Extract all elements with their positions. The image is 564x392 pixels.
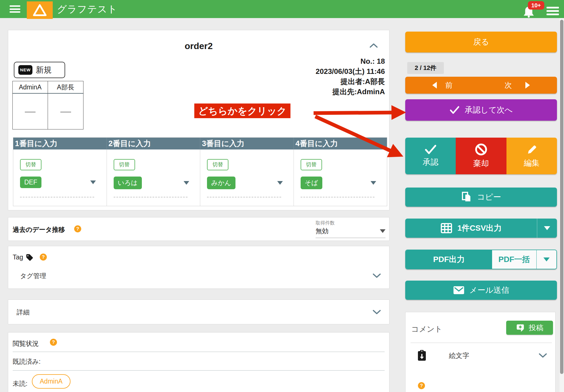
approve-next-button[interactable]: 承認して次へ — [405, 99, 557, 121]
pdf-batch-button[interactable]: PDF一括 — [492, 250, 537, 269]
field-select[interactable]: そば — [301, 177, 376, 189]
comment-card: コメント 投稿 絵文字 ? — [405, 312, 556, 392]
envelope-icon — [453, 286, 465, 295]
pager-position: 2 / 12件 — [407, 62, 444, 74]
field-underline — [20, 197, 94, 197]
order-meta: No.: 18 2023/06/03(土) 11:46 提出者:A部長 提出先:… — [238, 56, 385, 97]
table-icon — [440, 223, 452, 234]
empty-stamp-dash — [60, 111, 71, 113]
check-icon — [424, 144, 437, 155]
detail-label: 詳細 — [17, 308, 30, 317]
chevron-up-icon[interactable] — [370, 43, 378, 48]
csv-export-main[interactable]: 1件CSV出力 — [405, 219, 537, 238]
comment-title: コメント — [411, 324, 442, 334]
field-select[interactable]: いろは — [114, 177, 190, 189]
field-cell: 切替 みかん — [200, 149, 294, 206]
mail-button[interactable]: メール送信 — [405, 281, 557, 300]
stamp-cell — [13, 94, 48, 129]
caret-right-icon — [525, 82, 530, 89]
stamp-col-header: A部長 — [48, 81, 83, 93]
detail-row[interactable]: 詳細 — [17, 300, 381, 325]
caret-down-icon — [184, 181, 189, 185]
emoji-row[interactable]: 絵文字 — [417, 348, 547, 363]
stamp-col-header: AdminA — [13, 81, 48, 93]
pdf-dropdown[interactable] — [537, 250, 556, 269]
csv-export-dropdown[interactable] — [537, 219, 557, 238]
field-cell: 切替 DEF — [13, 149, 107, 206]
caret-down-icon — [90, 180, 96, 184]
menu-icon-right[interactable] — [547, 7, 559, 15]
post-label: 投稿 — [529, 323, 543, 333]
unread-label: 未読: — [13, 379, 27, 388]
field-header: 1番目に入力 — [13, 138, 107, 149]
tag-manage-row[interactable]: タグ管理 — [20, 269, 381, 282]
pdf-button-group: PDF出力 PDF一括 — [405, 250, 557, 269]
scrollbar-track[interactable] — [559, 18, 564, 392]
help-icon[interactable]: ? — [50, 339, 57, 346]
field-underline — [301, 197, 375, 197]
approve-button[interactable]: 承認 — [405, 138, 456, 174]
app-header: グラフテスト 10+ — [0, 0, 564, 18]
field-select[interactable]: DEF — [20, 177, 96, 188]
empty-stamp-dash — [25, 111, 36, 113]
copy-label: コピー — [477, 192, 501, 202]
caret-down-icon — [371, 181, 376, 185]
mail-label: メール送信 — [469, 285, 509, 296]
pdf-export-button[interactable]: PDF出力 — [406, 250, 492, 269]
field-value-chip: DEF — [20, 177, 41, 188]
toggle-button[interactable]: 切替 — [301, 159, 322, 170]
csv-export-label: 1件CSV出力 — [457, 223, 502, 234]
copy-button[interactable]: コピー — [405, 188, 557, 207]
block-icon — [475, 143, 488, 156]
post-comment-button[interactable]: 投稿 — [506, 321, 553, 335]
status-badge: NEW 新規 — [14, 62, 65, 78]
pager-buttons: 前 次 — [405, 77, 557, 94]
field-header: 4番目に入力 — [294, 138, 387, 149]
field-value-chip: そば — [301, 177, 322, 189]
history-card: 過去のデータ推移 ? 取得件数 無効 — [8, 217, 389, 241]
caret-down-icon — [380, 229, 385, 233]
edit-button[interactable]: 編集 — [506, 138, 557, 174]
prev-label: 前 — [445, 80, 453, 90]
caret-left-icon — [432, 82, 437, 89]
input-fields-table: 1番目に入力 2番目に入力 3番目に入力 4番目に入力 切替 DEF 切替 — [13, 137, 387, 206]
next-button[interactable]: 次 — [504, 80, 530, 90]
emoji-label: 絵文字 — [449, 351, 469, 360]
order-number: No.: 18 — [238, 56, 385, 66]
scrollbar-thumb[interactable] — [560, 20, 563, 374]
fetch-count-label: 取得件数 — [316, 220, 385, 226]
pencil-icon — [526, 144, 537, 155]
order-submitter: 提出者:A部長 — [238, 76, 385, 87]
field-header: 2番目に入力 — [107, 138, 201, 149]
toggle-button[interactable]: 切替 — [207, 159, 228, 170]
toggle-button[interactable]: 切替 — [20, 159, 41, 170]
status-badge-label: 新規 — [36, 65, 52, 75]
csv-export-button: 1件CSV出力 — [405, 219, 557, 238]
app-logo[interactable] — [27, 1, 53, 19]
field-cell: 切替 そば — [294, 149, 387, 206]
unread-user-pill: AdminA — [32, 374, 70, 389]
back-button[interactable]: 戻る — [405, 32, 557, 52]
field-select[interactable]: みかん — [207, 177, 283, 189]
reject-button[interactable]: 棄却 — [456, 138, 506, 174]
help-icon[interactable]: ? — [74, 225, 81, 232]
add-comment-icon — [516, 323, 525, 332]
view-status-card: 閲覧状況 ? 既読済み: 未読: AdminA — [8, 332, 389, 392]
read-label: 既読済み: — [13, 357, 41, 366]
fetch-count-value: 無効 — [316, 227, 329, 235]
menu-icon[interactable] — [10, 5, 20, 13]
chevron-down-icon — [373, 274, 381, 278]
edit-label: 編集 — [524, 158, 539, 168]
help-icon[interactable]: ? — [418, 382, 425, 389]
view-status-title: 閲覧状況 — [13, 339, 39, 348]
toggle-button[interactable]: 切替 — [114, 159, 135, 170]
chevron-down-icon — [539, 353, 547, 358]
history-title: 過去のデータ推移 — [13, 225, 65, 234]
paste-icon — [417, 349, 427, 362]
approve-label: 承認 — [423, 157, 439, 168]
prev-button[interactable]: 前 — [432, 80, 453, 90]
fetch-count-select[interactable]: 取得件数 無効 — [316, 220, 385, 238]
help-icon[interactable]: ? — [40, 254, 47, 261]
order-title: order2 — [8, 41, 389, 51]
app-title: グラフテスト — [57, 0, 118, 18]
